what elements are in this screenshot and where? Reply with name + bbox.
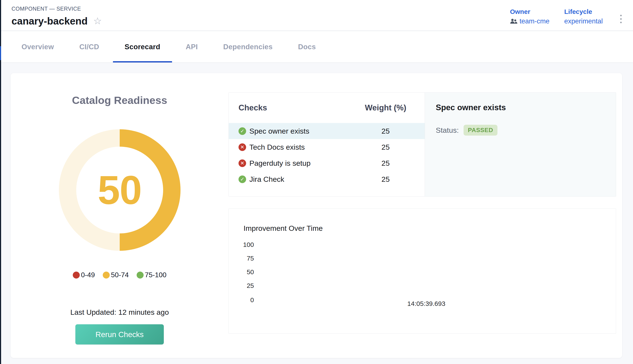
last-updated-text: Last Updated: 12 minutes ago	[70, 308, 169, 316]
more-options-button[interactable]	[619, 14, 622, 24]
score-gauge: 50	[59, 129, 180, 251]
y-axis-tick: 0	[232, 296, 254, 304]
tab-cicd[interactable]: CI/CD	[68, 31, 111, 62]
check-detail-panel: Spec owner exists Status: PASSED	[425, 93, 616, 196]
entity-meta: Owner team-cme Lifecycle experimental	[510, 8, 622, 25]
red-dot-icon	[73, 272, 80, 278]
check-failed-icon: ✕	[239, 160, 246, 167]
checks-card: Checks Weight (%) ✓ Spec owner exists 25…	[229, 92, 616, 196]
page-title: canary-backend	[12, 15, 88, 27]
green-dot-icon	[137, 272, 144, 278]
entity-type-label: COMPONENT — SERVICE	[12, 6, 102, 12]
legend-item-high: 75-100	[137, 271, 167, 279]
y-axis-tick: 25	[232, 281, 254, 290]
legend-item-mid: 50-74	[103, 271, 129, 279]
tab-docs[interactable]: Docs	[286, 31, 328, 62]
lifecycle-value: experimental	[564, 17, 603, 25]
improvement-chart-title: Improvement Over Time	[244, 224, 323, 232]
entity-identity: COMPONENT — SERVICE canary-backend ☆	[12, 6, 102, 27]
check-detail-title: Spec owner exists	[436, 102, 605, 112]
checks-column-header: Checks	[239, 103, 359, 112]
sidebar-active-indicator	[0, 46, 1, 60]
status-badge: PASSED	[464, 125, 497, 136]
table-row[interactable]: ✕ Tech Docs exists 25	[229, 139, 425, 155]
scorecard-panel: Catalog Readiness 50 0-49 50-74 75-100 L…	[11, 73, 622, 358]
entity-tab-bar: Overview CI/CD Scorecard API Dependencie…	[0, 31, 633, 63]
check-passed-icon: ✓	[239, 127, 246, 135]
weight-column-header: Weight (%)	[359, 103, 412, 112]
check-failed-icon: ✕	[239, 144, 246, 151]
lifecycle-block: Lifecycle experimental	[564, 8, 603, 25]
checks-table-header: Checks Weight (%)	[229, 103, 425, 112]
owner-link[interactable]: team-cme	[520, 17, 550, 25]
score-legend: 0-49 50-74 75-100	[73, 271, 167, 279]
check-passed-icon: ✓	[239, 176, 246, 183]
rerun-checks-button[interactable]: Rerun Checks	[75, 324, 164, 344]
tab-overview[interactable]: Overview	[10, 31, 66, 62]
score-value: 50	[59, 129, 180, 251]
tab-scorecard[interactable]: Scorecard	[113, 31, 172, 62]
table-row[interactable]: ✕ Pagerduty is setup 25	[229, 155, 425, 171]
favorite-button[interactable]: ☆	[93, 16, 102, 26]
tab-dependencies[interactable]: Dependencies	[212, 31, 284, 62]
scorecard-title: Catalog Readiness	[72, 94, 167, 107]
group-icon	[510, 18, 517, 24]
improvement-chart-card: Improvement Over Time 100 75 50 25 0 14:…	[229, 208, 616, 334]
table-row[interactable]: ✓ Jira Check 25	[229, 171, 425, 187]
star-icon: ☆	[93, 16, 102, 26]
status-label: Status:	[436, 126, 459, 134]
checks-table: Checks Weight (%) ✓ Spec owner exists 25…	[229, 93, 425, 196]
more-options-icon	[620, 15, 622, 16]
table-row[interactable]: ✓ Spec owner exists 25	[229, 123, 425, 139]
yellow-dot-icon	[103, 272, 110, 278]
checks-and-trend-column: Checks Weight (%) ✓ Spec owner exists 25…	[229, 73, 622, 358]
entity-header: COMPONENT — SERVICE canary-backend ☆ Own…	[0, 0, 633, 31]
lifecycle-label: Lifecycle	[564, 8, 603, 15]
tab-api[interactable]: API	[174, 31, 210, 62]
catalog-readiness-section: Catalog Readiness 50 0-49 50-74 75-100 L…	[11, 73, 229, 358]
owner-block: Owner team-cme	[510, 8, 550, 25]
legend-item-low: 0-49	[73, 271, 95, 279]
x-axis-tick: 14:05:39.693	[407, 299, 445, 308]
y-axis-tick: 50	[232, 268, 254, 276]
y-axis-tick: 75	[232, 254, 254, 263]
owner-label: Owner	[510, 8, 550, 15]
collapsed-sidebar-rail	[0, 0, 1, 364]
y-axis-tick: 100	[232, 240, 254, 249]
